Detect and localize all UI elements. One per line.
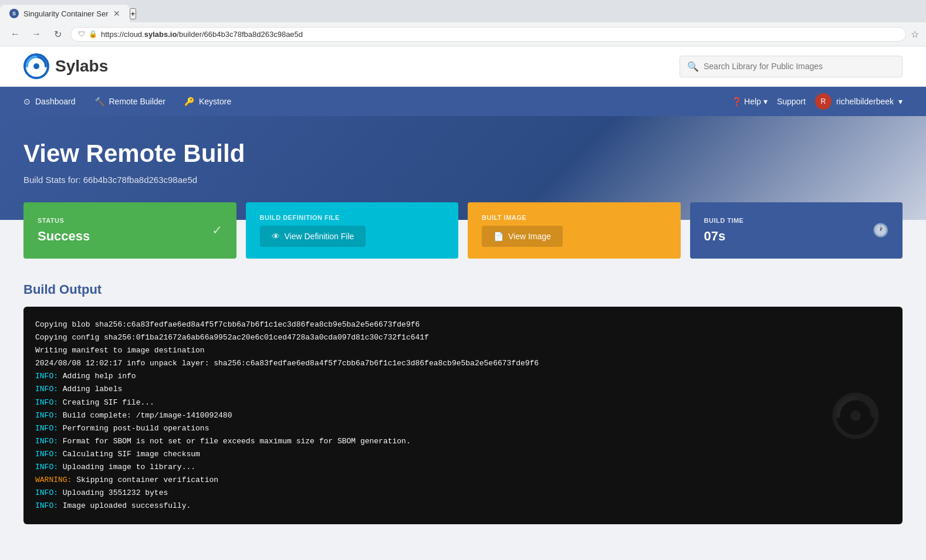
- browser-tab-bar: S Singularity Container Ser ✕ +: [0, 0, 926, 22]
- build-time-value: 07s: [704, 229, 744, 244]
- tab-favicon: S: [9, 9, 19, 18]
- dashboard-icon: ⊙: [23, 97, 31, 106]
- built-image-card-content: BUILT IMAGE 📄 View Image: [482, 214, 563, 247]
- terminal-line: INFO: Creating SIF file...: [35, 396, 891, 409]
- active-tab[interactable]: S Singularity Container Ser ✕: [0, 5, 130, 22]
- browser-chrome: S Singularity Container Ser ✕ + ← → ↻ 🛡 …: [0, 0, 926, 46]
- key-icon: 🔑: [184, 97, 194, 106]
- address-bar[interactable]: 🛡 🔒 https://cloud.sylabs.io/builder/66b4…: [70, 27, 906, 42]
- terminal-line: INFO: Uploading image to library...: [35, 461, 891, 474]
- nav-left: ⊙ Dashboard 🔨 Remote Builder 🔑 Keystore: [23, 89, 231, 114]
- help-menu[interactable]: ❓ Help ▾: [732, 97, 768, 106]
- terminal-line: INFO: Format for SBOM is not set or file…: [35, 435, 891, 448]
- svg-point-1: [33, 63, 39, 69]
- definition-card-content: BUILD DEFINITION FILE 👁 View Definition …: [260, 214, 366, 247]
- new-tab-button[interactable]: +: [130, 8, 137, 19]
- terminal-line: INFO: Build complete: /tmp/image-1410092…: [35, 409, 891, 422]
- status-card-content: STATUS Success: [38, 217, 90, 244]
- image-file-icon: 📄: [494, 232, 503, 241]
- sylabs-watermark: [832, 392, 879, 439]
- nav-dashboard[interactable]: ⊙ Dashboard: [23, 89, 76, 114]
- terminal-line: INFO: Image uploaded successfully.: [35, 500, 891, 513]
- search-icon: 🔍: [687, 61, 699, 72]
- status-card: STATUS Success ✓: [23, 202, 236, 259]
- terminal-line: 2024/08/08 12:02:17 info unpack layer: s…: [35, 357, 891, 370]
- search-bar[interactable]: 🔍: [680, 56, 903, 77]
- browser-toolbar: ← → ↻ 🛡 🔒 https://cloud.sylabs.io/builde…: [0, 22, 926, 46]
- eye-icon: 👁: [272, 232, 280, 241]
- build-icon: 🔨: [94, 97, 104, 106]
- definition-label: BUILD DEFINITION FILE: [260, 214, 366, 221]
- terminal-line: WARNING: Skipping container verification: [35, 474, 891, 487]
- view-image-button[interactable]: 📄 View Image: [482, 226, 563, 247]
- nav-right: ❓ Help ▾ Support R richelbilderbeek ▾: [732, 93, 903, 110]
- tab-title: Singularity Container Ser: [23, 9, 109, 18]
- user-chevron-icon: ▾: [898, 97, 903, 106]
- app-header: Sylabs 🔍: [0, 46, 926, 87]
- nav-remote-builder[interactable]: 🔨 Remote Builder: [94, 89, 166, 114]
- nav-bar: ⊙ Dashboard 🔨 Remote Builder 🔑 Keystore …: [0, 87, 926, 116]
- clock-icon: 🕐: [873, 223, 888, 238]
- nav-keystore[interactable]: 🔑 Keystore: [184, 89, 231, 114]
- logo-text: Sylabs: [55, 57, 108, 76]
- built-image-card: BUILT IMAGE 📄 View Image: [468, 202, 681, 259]
- bookmark-button[interactable]: ☆: [911, 29, 919, 40]
- build-time-card: BUILD TIME 07s 🕐: [690, 202, 903, 259]
- logo[interactable]: Sylabs: [23, 53, 108, 79]
- terminal-line: INFO: Performing post-build operations: [35, 422, 891, 435]
- terminal-line: INFO: Adding labels: [35, 383, 891, 396]
- definition-file-card: BUILD DEFINITION FILE 👁 View Definition …: [246, 202, 459, 259]
- avatar: R: [815, 93, 832, 110]
- reload-button[interactable]: ↻: [49, 26, 66, 42]
- view-definition-button[interactable]: 👁 View Definition File: [260, 226, 366, 247]
- terminal-output: Copying blob sha256:c6a83fedfae6ed8a4f5f…: [35, 318, 891, 513]
- help-icon: ❓: [732, 97, 742, 106]
- username: richelbilderbeek: [836, 97, 894, 106]
- success-icon: ✓: [212, 223, 222, 238]
- build-output-section: Build Output Copying blob sha256:c6a83fe…: [0, 282, 926, 548]
- terminal-line: INFO: Uploading 3551232 bytes: [35, 487, 891, 500]
- terminal-line: INFO: Calculating SIF image checksum: [35, 448, 891, 461]
- status-label: STATUS: [38, 217, 90, 224]
- lock-icon: 🔒: [89, 30, 97, 38]
- page-title: View Remote Build: [23, 140, 903, 168]
- user-menu[interactable]: R richelbilderbeek ▾: [815, 93, 903, 110]
- forward-button[interactable]: →: [28, 26, 45, 42]
- terminal-line: Copying blob sha256:c6a83fedfae6ed8a4f5f…: [35, 318, 891, 331]
- status-value: Success: [38, 229, 90, 244]
- built-image-label: BUILT IMAGE: [482, 214, 563, 221]
- shield-icon: 🛡: [78, 30, 85, 38]
- back-button[interactable]: ←: [7, 26, 23, 42]
- terminal-line: INFO: Adding help info: [35, 370, 891, 383]
- help-chevron-icon: ▾: [763, 97, 768, 106]
- build-time-label: BUILD TIME: [704, 217, 744, 224]
- support-link[interactable]: Support: [777, 97, 806, 106]
- url-display: https://cloud.sylabs.io/builder/66b4b3c7…: [101, 30, 303, 39]
- stats-cards: STATUS Success ✓ BUILD DEFINITION FILE 👁…: [0, 202, 926, 259]
- terminal-line: Writing manifest to image destination: [35, 344, 891, 357]
- tab-close-button[interactable]: ✕: [113, 9, 120, 18]
- terminal-line: Copying config sha256:0f1ba21672a6ab66a9…: [35, 331, 891, 344]
- hero-subtitle: Build Stats for: 66b4b3c78fba8d263c98ae5…: [23, 175, 903, 185]
- build-output-title: Build Output: [23, 282, 903, 297]
- search-input[interactable]: [704, 62, 895, 71]
- logo-icon: [23, 53, 49, 79]
- build-terminal: Copying blob sha256:c6a83fedfae6ed8a4f5f…: [23, 307, 903, 524]
- build-time-card-content: BUILD TIME 07s: [704, 217, 744, 244]
- svg-point-3: [850, 410, 861, 421]
